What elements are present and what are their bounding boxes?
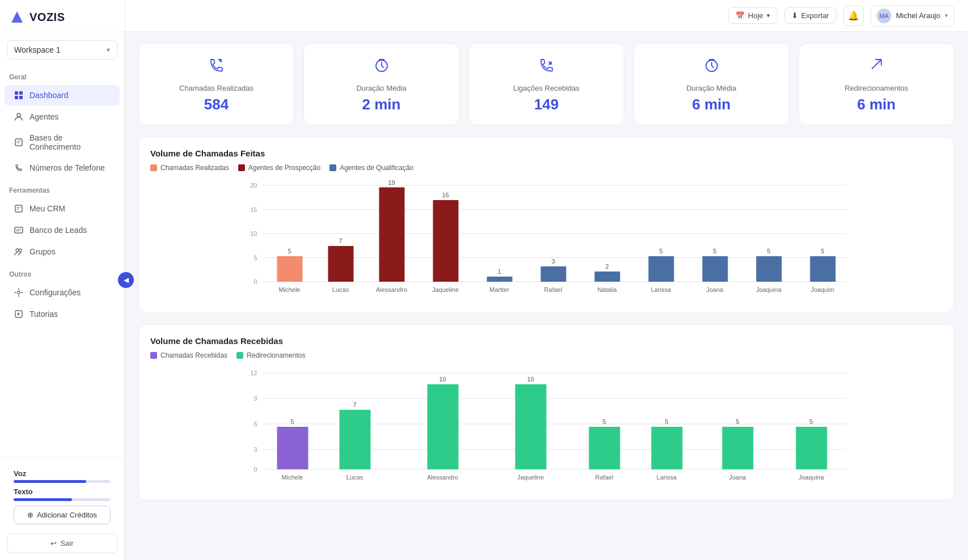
config-icon [14,287,24,298]
svg-text:Rafael: Rafael [595,474,614,481]
svg-rect-7 [15,139,22,146]
sidebar-item-config[interactable]: Configurações [5,282,120,303]
svg-text:16: 16 [442,192,449,198]
leads-label: Banco de Leads [29,226,87,235]
chart-chamadas-feitas: Volume de Chamadas Feitas Chamadas Reali… [138,137,954,313]
svg-text:3: 3 [253,446,257,453]
credits-section: Voz Texto ⊕ Adicionar Créditos [7,465,117,529]
leads-icon [14,225,24,235]
bell-icon: 🔔 [848,10,859,21]
workspace-chevron-icon: ▾ [107,46,110,54]
bar2-larissa [652,427,683,469]
chart1-svg: 20 15 10 5 0 5 Michele 7 Lucas [150,180,942,299]
svg-text:Alessandro: Alessandro [376,286,407,293]
dashboard-icon [14,90,24,100]
sidebar-item-crm[interactable]: Meu CRM [5,198,120,219]
sidebar-item-tutoriais[interactable]: Tutorias [5,304,120,324]
svg-rect-8 [15,205,22,212]
svg-text:Joana: Joana [707,286,724,293]
sidebar-item-dashboard[interactable]: Dashboard [5,85,120,105]
duracao-media-out-icon [371,55,392,79]
hoje-button[interactable]: 📅 Hoje ▾ [728,7,777,24]
chart1-area: 20 15 10 5 0 5 Michele 7 Lucas [150,180,942,301]
voz-bar-fill [14,480,86,483]
bar-jaqueline [433,200,459,282]
svg-text:7: 7 [339,237,342,244]
stat-card-chamadas-realizadas: Chamadas Realizadas 584 [138,43,294,125]
legend-label-recebidas: Chamadas Recebidas [160,351,227,359]
workspace-selector[interactable]: Workspace 1 ▾ [7,40,117,60]
sidebar-bottom: Voz Texto ⊕ Adicionar Créditos ↩ Sair [0,457,124,560]
sidebar: VOZIS Workspace 1 ▾ Geral Dashboard Agen… [0,0,125,560]
svg-text:5: 5 [659,248,662,254]
bar2-joaquina [796,427,827,469]
sidebar-item-bases[interactable]: Bases de Conhecimento [5,128,120,156]
svg-text:5: 5 [713,248,716,254]
legend-item-prospeccao: Agentes de Prospecção [238,164,320,172]
svg-text:5: 5 [767,248,770,254]
notifications-button[interactable]: 🔔 [843,6,864,26]
chart2-legend: Chamadas Recebidas Redirecionamentos [150,351,942,359]
svg-text:5: 5 [288,248,291,254]
config-label: Configurações [29,288,81,297]
numeros-icon [14,163,24,173]
sign-out-button[interactable]: ↩ Sair [7,533,117,553]
grupos-label: Grupos [29,247,56,256]
svg-rect-5 [19,96,23,99]
svg-text:Joaquim: Joaquim [811,286,835,293]
section-ferramentas: Ferramentas [0,179,124,198]
chart2-title: Volume de Chamadas Recebidas [150,336,942,346]
svg-text:0: 0 [253,278,257,285]
chart2-svg: 12 9 6 3 0 5 Michele 7 Lucas 1 [150,367,942,486]
sidebar-toggle-button[interactable]: ◀ [118,272,134,288]
svg-text:2: 2 [605,263,608,270]
chart1-legend: Chamadas Realizadas Agentes de Prospecçã… [150,164,942,172]
user-menu-button[interactable]: MA Michel Araujo ▾ [870,5,954,27]
voz-bar [14,480,111,483]
legend-label-qualificacao: Agentes de Qualificação [340,164,413,172]
exportar-label: Exportar [801,11,829,20]
avatar: MA [877,9,891,23]
svg-text:Larissa: Larissa [651,286,671,293]
brand-name: VOZIS [29,11,65,24]
chevron-down-icon: ▾ [767,12,770,19]
crm-label: Meu CRM [29,204,65,213]
redirecionamentos-label: Redirecionamentos [844,84,908,92]
svg-rect-2 [15,91,18,95]
sidebar-item-numeros[interactable]: Números de Telefone [5,158,120,178]
svg-text:Joaquina: Joaquina [756,286,782,293]
chart-chamadas-recebidas: Volume de Chamadas Recebidas Chamadas Re… [138,324,954,500]
sidebar-item-leads[interactable]: Banco de Leads [5,220,120,240]
redirecionamentos-icon [866,55,887,79]
svg-text:5: 5 [253,254,257,261]
svg-text:20: 20 [250,182,257,189]
svg-text:15: 15 [250,206,257,213]
bar-lucas [328,246,354,282]
svg-text:Michele: Michele [279,286,301,293]
redirecionamentos-value: 6 min [857,96,896,113]
exportar-button[interactable]: ⬇ Exportar [784,7,836,24]
bases-label: Bases de Conhecimento [29,133,111,151]
svg-text:10: 10 [250,230,257,237]
duracao-media-in-icon [701,55,722,79]
legend-item-qualificacao: Agentes de Qualificação [329,164,413,172]
user-name: Michel Araujo [896,11,940,20]
legend-item-redirecionamentos: Redirecionamentos [236,351,305,359]
bar-martter [487,277,513,282]
duracao-media-in-value: 6 min [692,96,731,113]
bar-joana [703,256,728,282]
agentes-icon [14,112,24,122]
bar2-lucas [340,410,371,469]
svg-text:Jaqueline: Jaqueline [517,474,544,481]
bases-icon [14,137,24,147]
bar-alessandro [379,188,405,282]
sidebar-item-agentes[interactable]: Agentes [5,107,120,127]
add-credits-button[interactable]: ⊕ Adicionar Créditos [14,506,111,524]
svg-text:Lucas: Lucas [346,474,363,481]
chart1-title: Volume de Chamadas Feitas [150,149,942,158]
svg-text:Alessandro: Alessandro [427,474,458,481]
svg-text:5: 5 [665,418,668,425]
grupos-icon [14,247,24,257]
sidebar-item-grupos[interactable]: Grupos [5,241,120,262]
svg-text:9: 9 [253,395,257,402]
